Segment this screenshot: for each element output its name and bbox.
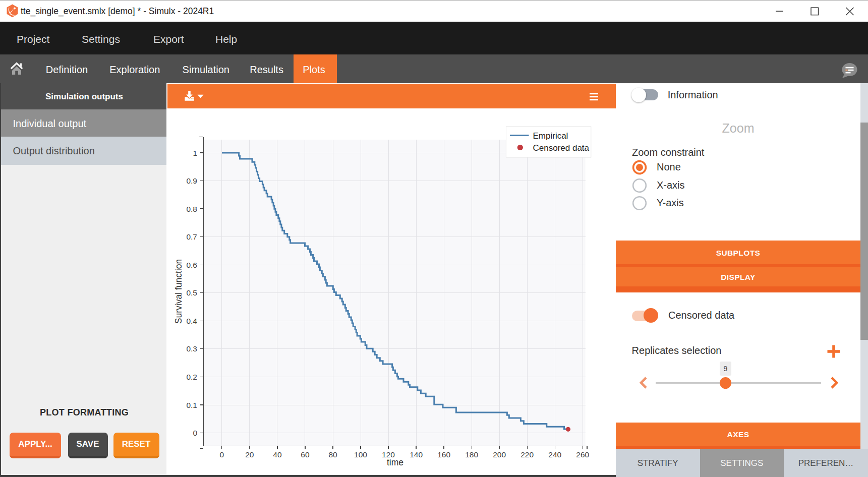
svg-text:240: 240 bbox=[548, 450, 561, 459]
svg-text:0.7: 0.7 bbox=[186, 232, 197, 241]
svg-text:140: 140 bbox=[410, 450, 423, 459]
svg-text:Survival function: Survival function bbox=[173, 259, 184, 324]
svg-text:100: 100 bbox=[354, 450, 367, 459]
svg-text:0.9: 0.9 bbox=[186, 176, 197, 185]
svg-text:0.1: 0.1 bbox=[186, 401, 197, 409]
svg-text:Censored data: Censored data bbox=[533, 143, 590, 153]
svg-text:20: 20 bbox=[245, 450, 254, 459]
svg-text:Empirical: Empirical bbox=[533, 131, 568, 141]
svg-text:0.4: 0.4 bbox=[186, 317, 197, 325]
svg-text:40: 40 bbox=[273, 450, 282, 459]
svg-text:0.2: 0.2 bbox=[186, 373, 197, 381]
svg-text:220: 220 bbox=[520, 450, 534, 459]
svg-text:200: 200 bbox=[493, 450, 506, 459]
svg-text:260: 260 bbox=[576, 450, 589, 459]
svg-text:0.3: 0.3 bbox=[186, 344, 197, 353]
svg-text:160: 160 bbox=[437, 450, 450, 459]
svg-text:80: 80 bbox=[328, 450, 337, 459]
svg-text:0: 0 bbox=[193, 429, 197, 437]
svg-text:0: 0 bbox=[219, 450, 224, 459]
svg-text:0.6: 0.6 bbox=[186, 261, 197, 269]
svg-text:180: 180 bbox=[465, 450, 478, 459]
svg-text:0.5: 0.5 bbox=[186, 288, 197, 297]
svg-text:60: 60 bbox=[301, 450, 310, 459]
svg-text:1: 1 bbox=[193, 149, 197, 157]
svg-text:time: time bbox=[387, 457, 403, 467]
svg-text:0.8: 0.8 bbox=[186, 205, 197, 213]
